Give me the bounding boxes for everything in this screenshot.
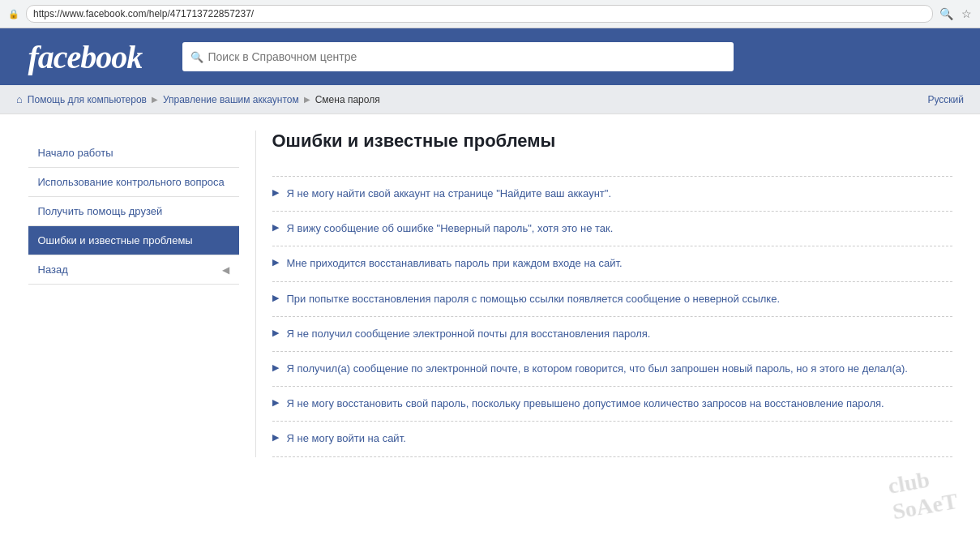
- faq-item-3: ▶ При попытке восстановления пароля с по…: [272, 281, 952, 316]
- faq-link-3[interactable]: При попытке восстановления пароля с помо…: [287, 292, 781, 306]
- sidebar-item-back[interactable]: Назад ◀: [28, 255, 239, 285]
- breadcrumb-sep-1: ▶: [304, 95, 310, 104]
- faq-link-0[interactable]: Я не могу найти свой аккаунт на странице…: [287, 186, 612, 201]
- toolbar-icons: 🔍 ☆: [939, 7, 972, 20]
- help-search-bar: 🔍: [182, 42, 734, 71]
- language-selector[interactable]: Русский: [927, 94, 964, 105]
- faq-arrow-icon: ▶: [272, 222, 280, 233]
- faq-arrow-icon: ▶: [272, 187, 280, 198]
- url-display[interactable]: https://www.facebook.com/help/4717137228…: [26, 5, 933, 23]
- star-icon[interactable]: ☆: [961, 7, 972, 20]
- faq-item-4: ▶ Я не получил сообщение электронной поч…: [272, 316, 952, 351]
- faq-link-4[interactable]: Я не получил сообщение электронной почты…: [287, 327, 651, 341]
- faq-arrow-icon: ▶: [272, 432, 280, 443]
- sidebar-item-3[interactable]: Ошибки и известные проблемы: [28, 226, 239, 255]
- breadcrumb: ⌂ Помощь для компьютеров ▶ Управление ва…: [16, 93, 380, 105]
- header: facebook 🔍: [0, 28, 980, 85]
- breadcrumb-item-1[interactable]: Управление вашим аккаунтом: [163, 94, 299, 105]
- main-container: Начало работы Использование контрольного…: [12, 114, 969, 473]
- help-search-input[interactable]: [182, 42, 734, 71]
- search-toolbar-icon[interactable]: 🔍: [939, 7, 953, 20]
- back-arrow-icon: ◀: [222, 264, 229, 276]
- faq-arrow-icon: ▶: [272, 397, 280, 408]
- content-area: Ошибки и известные проблемы ▶ Я не могу …: [255, 131, 952, 457]
- lock-icon: 🔒: [8, 9, 19, 19]
- breadcrumb-bar: ⌂ Помощь для компьютеров ▶ Управление ва…: [0, 85, 980, 114]
- address-bar: 🔒 https://www.facebook.com/help/47171372…: [0, 0, 980, 28]
- page-title: Ошибки и известные проблемы: [272, 131, 952, 160]
- faq-arrow-icon: ▶: [272, 257, 280, 268]
- sidebar-item-2[interactable]: Получить помощь друзей: [28, 197, 239, 226]
- search-icon: 🔍: [190, 51, 203, 63]
- faq-arrow-icon: ▶: [272, 362, 280, 373]
- breadcrumb-current: Смена пароля: [315, 94, 380, 105]
- faq-link-1[interactable]: Я вижу сообщение об ошибке "Неверный пар…: [287, 221, 614, 236]
- sidebar-item-0[interactable]: Начало работы: [28, 139, 239, 168]
- faq-item-5: ▶ Я получил(а) сообщение по электронной …: [272, 351, 952, 386]
- faq-item-1: ▶ Я вижу сообщение об ошибке "Неверный п…: [272, 211, 952, 246]
- facebook-logo[interactable]: facebook: [28, 38, 166, 76]
- home-icon: ⌂: [16, 93, 23, 105]
- faq-list: ▶ Я не могу найти свой аккаунт на страни…: [272, 176, 952, 457]
- breadcrumb-sep-0: ▶: [152, 95, 158, 104]
- faq-link-6[interactable]: Я не могу восстановить свой пароль, поск…: [287, 396, 884, 411]
- faq-item-6: ▶ Я не могу восстановить свой пароль, по…: [272, 386, 952, 421]
- faq-link-2[interactable]: Мне приходится восстанавливать пароль пр…: [287, 256, 623, 271]
- faq-item-2: ▶ Мне приходится восстанавливать пароль …: [272, 246, 952, 281]
- faq-item-7: ▶ Я не могу войти на сайт.: [272, 421, 952, 456]
- sidebar-item-1[interactable]: Использование контрольного вопроса: [28, 168, 239, 197]
- faq-link-5[interactable]: Я получил(а) сообщение по электронной по…: [287, 362, 908, 376]
- faq-item-0: ▶ Я не могу найти свой аккаунт на страни…: [272, 176, 952, 211]
- breadcrumb-item-0[interactable]: Помощь для компьютеров: [28, 94, 147, 105]
- faq-arrow-icon: ▶: [272, 328, 280, 338]
- faq-arrow-icon: ▶: [272, 293, 280, 303]
- faq-link-7[interactable]: Я не могу войти на сайт.: [287, 431, 406, 446]
- sidebar: Начало работы Использование контрольного…: [28, 131, 255, 457]
